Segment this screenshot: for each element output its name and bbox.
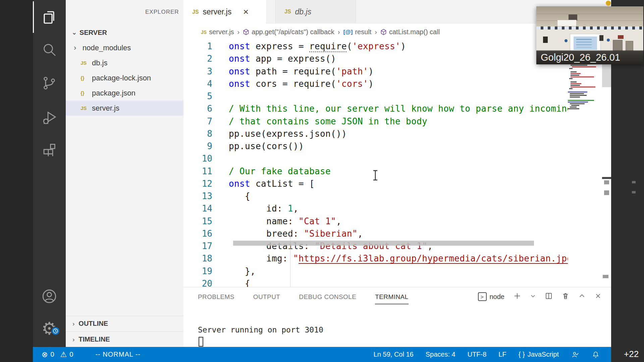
code-line-16[interactable]: breed: "Siberian", xyxy=(229,228,568,240)
encoding-setting[interactable]: UTF-8 xyxy=(468,351,487,358)
minimap-line xyxy=(569,78,573,79)
explorer-item-package-json[interactable]: {}package.json xyxy=(66,85,183,101)
tab-debug-console[interactable]: DEBUG CONSOLE xyxy=(299,293,356,304)
breadcrumb-file[interactable]: JS server.js xyxy=(201,28,234,36)
settings-sync-badge xyxy=(51,326,60,336)
tab-label: server.js xyxy=(203,7,232,16)
extensions-icon[interactable] xyxy=(33,138,66,162)
breadcrumb-symbol-result[interactable]: [@] result xyxy=(343,28,371,36)
terminal-icon: > xyxy=(478,292,487,301)
file-name: db.js xyxy=(92,59,107,67)
code-line-10[interactable] xyxy=(229,153,568,165)
code-line-19[interactable]: }, xyxy=(229,265,568,278)
line-numbers: 1234567891011121314151617181920 xyxy=(183,40,212,290)
cursor-position[interactable]: Ln 59, Col 16 xyxy=(374,351,414,358)
code-line-11[interactable]: / Our fake database xyxy=(229,165,568,178)
line-number: 15 xyxy=(183,215,212,228)
search-icon[interactable] xyxy=(33,38,66,62)
code-line-18[interactable]: img: "https://fs.i3lab.group/hypermedia/… xyxy=(229,252,568,265)
problems-status[interactable]: ⊗ 0 ⚠ 0 xyxy=(42,350,73,359)
breadcrumb-label: catList.map() call xyxy=(389,28,440,36)
code-line-12[interactable]: onst catList = [ xyxy=(229,178,568,190)
tab-terminal[interactable]: TERMINAL xyxy=(375,293,408,304)
explorer-item-package-lock-json[interactable]: {}package-lock.json xyxy=(66,70,183,85)
video-led-strip xyxy=(536,26,643,29)
settings-gear-icon[interactable]: ⚙ xyxy=(33,316,66,341)
breadcrumb-symbol-callback[interactable]: app.get("/api/cats") callback xyxy=(243,28,334,36)
files-icon xyxy=(41,9,57,25)
js-file-icon: JS xyxy=(201,29,207,35)
minimap-line xyxy=(570,107,577,108)
screen-recording-video-overlay[interactable]: Golgi20_26_26.01 xyxy=(536,6,643,64)
code-line-5[interactable] xyxy=(229,90,568,103)
indentation-setting[interactable]: Spaces: 4 xyxy=(426,351,455,358)
timeline-section[interactable]: › TIMELINE xyxy=(66,331,183,347)
maximize-panel-button[interactable] xyxy=(578,292,586,301)
workspace-name: SERVER xyxy=(79,29,107,37)
vscode-screen: ⚙ EXPLORER ⋯ ⌄ SERVER ›node_modulesJSdb.… xyxy=(0,0,644,362)
account-icon[interactable] xyxy=(33,284,66,308)
minimap-line xyxy=(569,88,573,89)
minimap[interactable] xyxy=(568,65,601,110)
eol-setting[interactable]: LF xyxy=(498,351,506,358)
recording-indicator-dot xyxy=(606,1,611,6)
explorer-item-db-js[interactable]: JSdb.js xyxy=(66,55,183,70)
code-line-15[interactable]: name: "Cat 1", xyxy=(229,215,568,228)
explorer-sidebar: EXPLORER ⋯ ⌄ SERVER ›node_modulesJSdb.js… xyxy=(66,0,183,347)
terminal-dropdown-chevron[interactable] xyxy=(530,293,536,300)
code-line-1[interactable]: onst express = require('express') xyxy=(229,40,568,53)
status-bar: ⊗ 0 ⚠ 0 -- NORMAL -- Ln 59, Col 16 Space… xyxy=(33,347,611,362)
outline-section[interactable]: › OUTLINE xyxy=(66,316,183,331)
code-line-7[interactable]: / that contains some JSON in the body xyxy=(229,115,568,128)
overflow-count-badge[interactable]: +22 xyxy=(624,349,639,359)
code-line-13[interactable]: { xyxy=(229,190,568,202)
tab-db-js[interactable]: JS db.js xyxy=(275,0,356,23)
tab-problems[interactable]: PROBLEMS xyxy=(198,293,234,304)
mouse-cursor-ibeam xyxy=(372,170,379,181)
braces-icon: { } xyxy=(519,351,525,358)
code-line-14[interactable]: id: 1, xyxy=(229,202,568,215)
code-line-3[interactable]: onst path = require('path') xyxy=(229,65,568,78)
minimap-line xyxy=(568,102,588,103)
overview-ruler-cursor-mark xyxy=(602,177,611,179)
minimap-line xyxy=(571,75,579,76)
code-line-8[interactable]: pp.use(express.json()) xyxy=(229,128,568,140)
line-number: 13 xyxy=(183,190,212,202)
split-terminal-button[interactable] xyxy=(545,292,553,301)
breadcrumb-label: app.get("/api/cats") callback xyxy=(252,28,334,36)
video-projection-screen xyxy=(570,34,601,53)
terminal-shell-selector[interactable]: > node xyxy=(478,292,505,301)
language-mode[interactable]: { } JavaScript xyxy=(519,351,559,358)
line-number: 8 xyxy=(183,128,212,140)
code-line-2[interactable]: onst app = express() xyxy=(229,53,568,65)
indent-guide xyxy=(290,230,290,290)
code-line-6[interactable]: / With this line, our server will know h… xyxy=(229,103,568,115)
code-line-9[interactable]: pp.use(cors()) xyxy=(229,140,568,153)
explorer-item-server-js[interactable]: JSserver.js xyxy=(66,101,183,116)
explorer-icon[interactable] xyxy=(33,5,66,29)
code-line-4[interactable]: onst cors = require('cors') xyxy=(229,78,568,90)
breadcrumb-symbol-map-call[interactable]: catList.map() call xyxy=(380,28,440,36)
tab-output[interactable]: OUTPUT xyxy=(253,293,280,304)
code-editor[interactable]: onst express = require('express')onst ap… xyxy=(229,40,568,290)
breadcrumb-label: result xyxy=(355,28,371,36)
workspace-section-header[interactable]: ⌄ SERVER xyxy=(66,26,183,39)
close-panel-button[interactable] xyxy=(594,292,602,301)
explorer-item-node-modules[interactable]: ›node_modules xyxy=(66,40,183,55)
line-number: 11 xyxy=(183,165,212,178)
bell-icon[interactable] xyxy=(592,351,600,359)
json-braces-icon: {} xyxy=(80,75,92,81)
overview-ruler-mark xyxy=(604,180,609,184)
minimap-line xyxy=(569,68,573,69)
horizontal-scrollbar[interactable] xyxy=(233,241,534,246)
vertical-scrollbar[interactable] xyxy=(602,64,611,87)
kill-terminal-button[interactable] xyxy=(561,292,570,301)
feedback-icon[interactable] xyxy=(571,350,580,359)
source-control-icon[interactable] xyxy=(33,71,66,95)
new-terminal-button[interactable] xyxy=(513,292,521,301)
video-title-label: Golgi20_26_26.01 xyxy=(536,50,643,64)
video-projector xyxy=(557,20,577,26)
close-tab-icon[interactable]: ✕ xyxy=(243,8,249,16)
tab-server-js[interactable]: JS server.js ✕ xyxy=(183,0,266,24)
run-debug-icon[interactable] xyxy=(33,106,66,130)
